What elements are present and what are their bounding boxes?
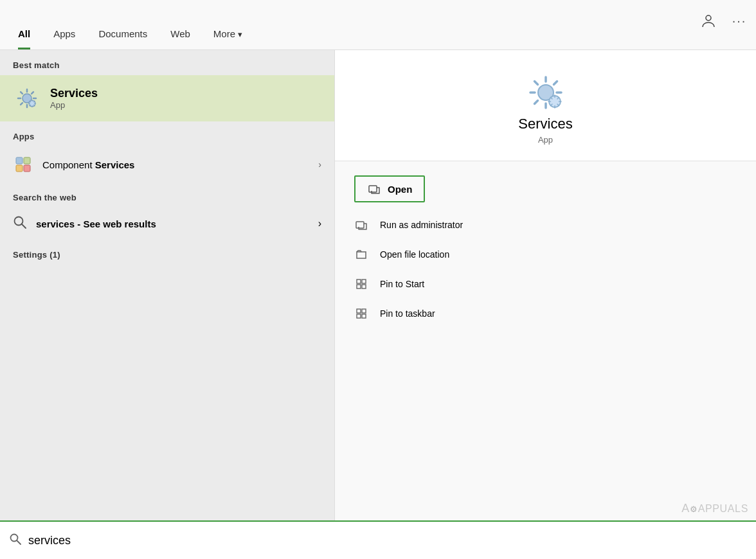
search-web-text: services - See web results <box>36 218 309 229</box>
svg-rect-13 <box>357 280 361 283</box>
run-as-admin-label: Run as administrator <box>380 220 463 230</box>
web-search-icon <box>13 215 27 232</box>
pin-to-start-action[interactable]: Pin to Start <box>335 269 756 299</box>
action-list: Open Run as administrator <box>335 161 756 335</box>
app-detail-header: Services App <box>335 50 756 161</box>
run-admin-icon <box>355 218 368 231</box>
pin-icon <box>355 278 368 290</box>
chevron-down-icon <box>238 28 242 39</box>
best-match-label: Best match <box>0 50 334 75</box>
ellipsis-icon: ··· <box>732 13 747 28</box>
svg-rect-5 <box>16 165 22 172</box>
more-options-button[interactable]: ··· <box>729 11 750 31</box>
tab-documents[interactable]: Documents <box>87 28 159 49</box>
svg-rect-18 <box>362 309 366 313</box>
search-web-suffix: - See web results <box>75 218 156 229</box>
pin-start-icon <box>354 277 368 291</box>
svg-rect-17 <box>357 309 361 313</box>
svg-rect-0 <box>706 15 711 21</box>
svg-line-8 <box>22 224 26 229</box>
open-action[interactable]: Open <box>335 168 756 210</box>
svg-rect-3 <box>16 157 22 164</box>
best-match-services[interactable]: Services App <box>0 75 334 121</box>
apps-label: Apps <box>0 121 334 146</box>
svg-rect-20 <box>362 314 366 318</box>
run-as-admin-action[interactable]: Run as administrator <box>335 210 756 240</box>
svg-line-22 <box>17 540 21 544</box>
svg-rect-15 <box>357 285 361 288</box>
svg-rect-11 <box>369 186 377 192</box>
open-icon <box>367 182 381 196</box>
folder-icon <box>354 247 368 262</box>
component-services-item[interactable]: Component Services › <box>0 146 334 182</box>
right-panel: Services App Open <box>334 50 756 559</box>
pin-to-taskbar-action[interactable]: Pin to taskbar <box>335 299 756 328</box>
tab-all[interactable]: All <box>6 28 42 49</box>
open-file-location-label: Open file location <box>380 249 449 260</box>
nav-tabs: All Apps Documents Web More <box>6 0 254 49</box>
arrow-icon: › <box>318 159 321 170</box>
search-input[interactable] <box>28 534 747 547</box>
services-large-icon <box>523 69 569 116</box>
services-app-icon <box>13 84 41 112</box>
open-file-location-action[interactable]: Open file location <box>335 240 756 269</box>
left-panel: Best match Services App Apps <box>0 50 334 559</box>
person-icon <box>701 14 716 28</box>
top-nav: All Apps Documents Web More <box>0 0 756 50</box>
best-match-subtitle: App <box>50 100 98 110</box>
component-services-text: Component Services <box>42 159 309 170</box>
svg-rect-4 <box>24 157 30 164</box>
tab-more[interactable]: More <box>202 28 254 49</box>
search-bar <box>0 520 756 559</box>
search-web-label: Search the web <box>0 182 334 208</box>
taskbar-icon <box>354 306 368 321</box>
shield-icon <box>354 218 368 232</box>
watermark: A⚙APPUALS <box>681 502 748 515</box>
svg-rect-16 <box>362 285 366 288</box>
gear-small-icon <box>13 84 41 112</box>
pin-to-taskbar-label: Pin to taskbar <box>380 308 435 319</box>
best-match-info: Services App <box>50 87 98 110</box>
magnifier-icon <box>13 215 27 229</box>
tab-web[interactable]: Web <box>159 28 202 49</box>
search-web-arrow-icon: › <box>318 218 321 229</box>
tab-apps[interactable]: Apps <box>42 28 87 49</box>
search-magnifier-icon <box>9 533 22 546</box>
user-icon-button[interactable] <box>698 11 719 31</box>
pin-taskbar-icon <box>355 307 368 320</box>
content-area: Best match Services App Apps <box>0 50 756 559</box>
nav-right-actions: ··· <box>698 11 750 39</box>
file-location-icon <box>355 248 368 261</box>
launch-icon <box>368 182 381 195</box>
bold-services-text: Services <box>95 159 135 170</box>
component-icon <box>14 155 32 173</box>
component-services-icon <box>13 154 33 175</box>
svg-rect-19 <box>357 314 361 318</box>
svg-rect-14 <box>362 280 366 283</box>
search-window: All Apps Documents Web More <box>0 0 756 559</box>
pin-to-start-label: Pin to Start <box>380 279 424 289</box>
search-web-bold: services <box>36 218 75 229</box>
settings-label: Settings (1) <box>0 240 334 265</box>
best-match-title: Services <box>50 87 98 100</box>
open-label: Open <box>388 184 412 195</box>
open-button-wrapper[interactable]: Open <box>354 175 425 202</box>
app-detail-name: Services <box>518 116 572 132</box>
search-bar-icon <box>9 533 22 549</box>
svg-rect-12 <box>356 222 364 228</box>
svg-rect-6 <box>24 165 30 172</box>
search-web-services[interactable]: services - See web results › <box>0 208 334 240</box>
app-detail-type: App <box>538 135 553 145</box>
